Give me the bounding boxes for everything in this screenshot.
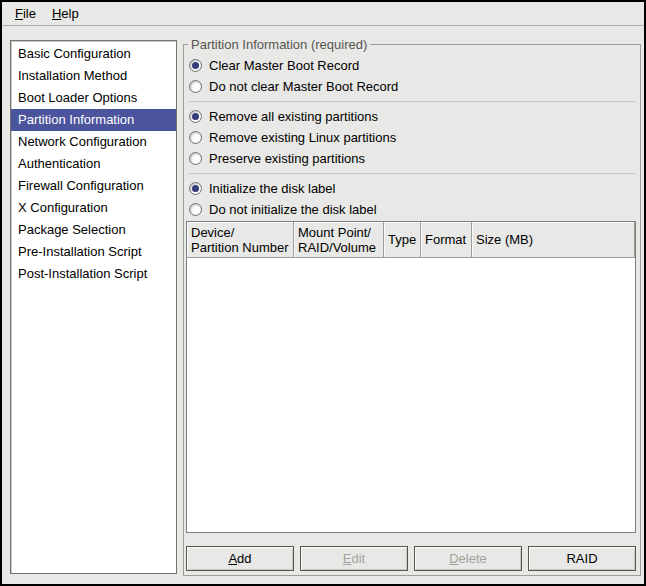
menu-item-file[interactable]: File [7, 2, 44, 25]
radio-icon[interactable] [189, 203, 202, 216]
column-header-type[interactable]: Type [384, 222, 421, 258]
radio-label: Clear Master Boot Record [209, 58, 359, 73]
partitions-table-header: Device/Partition NumberMount Point/RAID/… [187, 222, 635, 258]
column-header-size-mb[interactable]: Size (MB) [472, 222, 635, 258]
column-header-device[interactable]: Device/Partition Number [187, 222, 294, 258]
radio-option-clear-master-boot-record[interactable]: Clear Master Boot Record [189, 55, 635, 76]
radio-icon[interactable] [189, 131, 202, 144]
sidebar-item-partition-information[interactable]: Partition Information [11, 109, 176, 131]
sidebar-item-installation-method[interactable]: Installation Method [11, 65, 176, 87]
radio-icon[interactable] [189, 110, 202, 123]
sidebar-item-x-configuration[interactable]: X Configuration [11, 197, 176, 219]
sidebar-item-boot-loader-options[interactable]: Boot Loader Options [11, 87, 176, 109]
delete-button: Delete [414, 546, 522, 571]
radio-label: Do not initialize the disk label [209, 202, 377, 217]
separator [189, 173, 635, 174]
radio-label: Do not clear Master Boot Record [209, 79, 398, 94]
radio-option-initialize-the-disk-label[interactable]: Initialize the disk label [189, 178, 635, 199]
menu-item-help[interactable]: Help [44, 2, 87, 25]
radio-icon[interactable] [189, 182, 202, 195]
sidebar-list: Basic ConfigurationInstallation MethodBo… [10, 40, 177, 574]
edit-button: Edit [300, 546, 408, 571]
radio-option-preserve-existing-partitions[interactable]: Preserve existing partitions [189, 148, 635, 169]
separator [189, 101, 635, 102]
sidebar-item-authentication[interactable]: Authentication [11, 153, 176, 175]
radio-icon[interactable] [189, 80, 202, 93]
radio-label: Remove existing Linux partitions [209, 130, 396, 145]
partitions-table: Device/Partition NumberMount Point/RAID/… [186, 221, 636, 533]
radio-label: Remove all existing partitions [209, 109, 378, 124]
radio-icon[interactable] [189, 152, 202, 165]
sidebar-item-post-installation-script[interactable]: Post-Installation Script [11, 263, 176, 285]
kickstart-configurator-window: FileHelp Basic ConfigurationInstallation… [0, 0, 646, 586]
sidebar-item-basic-configuration[interactable]: Basic Configuration [11, 43, 176, 65]
sidebar-item-pre-installation-script[interactable]: Pre-Installation Script [11, 241, 176, 263]
panel-title: Partition Information (required) [188, 36, 370, 53]
radio-option-remove-all-existing-partitions[interactable]: Remove all existing partitions [189, 106, 635, 127]
column-header-format[interactable]: Format [421, 222, 472, 258]
raid-button[interactable]: RAID [528, 546, 636, 571]
sidebar-item-network-configuration[interactable]: Network Configuration [11, 131, 176, 153]
column-header-mount-point[interactable]: Mount Point/RAID/Volume [294, 222, 384, 258]
radio-groups-area: Clear Master Boot RecordDo not clear Mas… [184, 45, 640, 220]
radio-option-do-not-clear-master-boot-record[interactable]: Do not clear Master Boot Record [189, 76, 635, 97]
radio-option-remove-existing-linux-partitions[interactable]: Remove existing Linux partitions [189, 127, 635, 148]
sidebar-item-package-selection[interactable]: Package Selection [11, 219, 176, 241]
partitions-table-body [187, 258, 635, 532]
menubar: FileHelp [2, 2, 644, 26]
partition-actions: AddEditDeleteRAID [186, 546, 636, 571]
add-button[interactable]: Add [186, 546, 294, 571]
sidebar-item-firewall-configuration[interactable]: Firewall Configuration [11, 175, 176, 197]
radio-icon[interactable] [189, 59, 202, 72]
radio-option-do-not-initialize-the-disk-label[interactable]: Do not initialize the disk label [189, 199, 635, 220]
partition-information-panel: Partition Information (required) Clear M… [183, 44, 641, 576]
radio-label: Preserve existing partitions [209, 151, 365, 166]
radio-label: Initialize the disk label [209, 181, 335, 196]
